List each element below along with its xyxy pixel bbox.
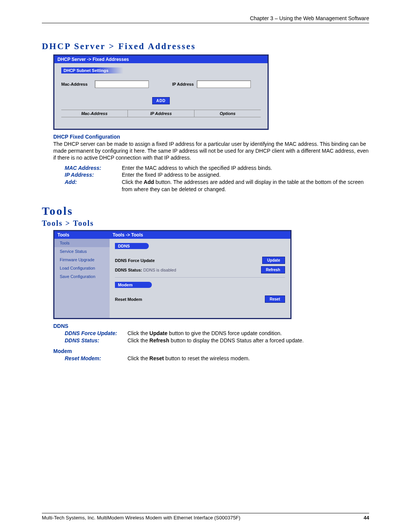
ddns-status-label: DDNS Status: [65, 337, 127, 344]
ddns-explain-title: DDNS [53, 323, 369, 329]
sidebar-item-firmware-upgrade[interactable]: Firmware Upgrade [54, 256, 110, 264]
ddns-force-label: DDNS Force Update: [65, 330, 127, 337]
col-ip: IP Address [128, 110, 194, 117]
tools-panel: Tools Tools Service Status Firmware Upgr… [53, 230, 292, 319]
add-field-label: Add: [65, 179, 122, 193]
page-number: 44 [364, 515, 369, 521]
sidebar-item-save-config[interactable]: Save Configuration [54, 272, 110, 281]
dhcp-fixed-config-title: DHCP Fixed Configuration [53, 134, 369, 140]
ip-address-label: IP Address [163, 82, 194, 86]
ddns-force-text: Click the Update button to give the DDNS… [127, 330, 369, 337]
page-header: Chapter 3 – Using the Web Management Sof… [42, 15, 369, 23]
reset-modem-explain-text: Click the Reset button to reset the wire… [127, 355, 369, 362]
dhcp-subnet-settings-label: DHCP Subnet Settings [61, 67, 139, 73]
tools-sidebar: Tools Tools Service Status Firmware Upgr… [54, 231, 110, 318]
modem-pill: Modem [115, 282, 152, 288]
footer-text: Multi-Tech Systems, Inc. MultiModem Wire… [42, 515, 241, 521]
reset-modem-explain-label: Reset Modem: [65, 355, 127, 362]
mac-address-input[interactable] [95, 80, 149, 88]
sidebar-title: Tools [54, 231, 110, 239]
mac-address-label: Mac-Address [61, 82, 92, 86]
ddns-pill: DDNS [115, 243, 149, 249]
fixed-address-table-header: Mac-Address IP Address Options [61, 110, 261, 117]
dhcp-fixed-config-body: The DHCP server can be made to assign a … [53, 141, 369, 161]
tools-main-titlebar: Tools -> Tools [110, 231, 290, 239]
ip-address-input[interactable] [197, 80, 251, 88]
ip-field-text: Enter the fixed IP address to be assigne… [122, 171, 369, 179]
col-mac: Mac-Address [61, 110, 128, 117]
sidebar-item-tools[interactable]: Tools [54, 239, 110, 247]
ddns-force-update-label: DDNS Force Update [115, 258, 155, 263]
mac-field-label: MAC Address: [65, 165, 122, 172]
tools-section-title: Tools [42, 204, 369, 217]
sidebar-item-load-config[interactable]: Load Configuration [54, 264, 110, 272]
update-button[interactable]: Update [262, 257, 285, 264]
add-field-text: Click the Add button. The addresses are … [122, 179, 369, 193]
dhcp-panel: DHCP Server -> Fixed Addresses DHCP Subn… [53, 54, 269, 130]
ddns-status-text: Click the Refresh button to display the … [127, 337, 369, 344]
col-options: Options [194, 110, 261, 117]
tools-subsection-title: Tools > Tools [42, 219, 369, 228]
mac-field-text: Enter the MAC address to which the speci… [122, 165, 369, 172]
modem-explain-title: Modem [53, 348, 369, 354]
ddns-status-row: DDNS Status: DDNS is disabled [115, 268, 176, 272]
dhcp-section-title: DHCP Server > Fixed Addresses [42, 42, 369, 51]
ip-field-label: IP Address: [65, 171, 122, 179]
reset-button[interactable]: Reset [265, 296, 285, 303]
page-footer: Multi-Tech Systems, Inc. MultiModem Wire… [42, 513, 369, 521]
dhcp-panel-titlebar: DHCP Server -> Fixed Addresses [54, 56, 268, 63]
sidebar-item-service-status[interactable]: Service Status [54, 247, 110, 256]
add-button[interactable]: ADD [152, 97, 170, 104]
reset-modem-label: Reset Modem [115, 297, 142, 302]
refresh-button[interactable]: Refresh [261, 266, 285, 273]
